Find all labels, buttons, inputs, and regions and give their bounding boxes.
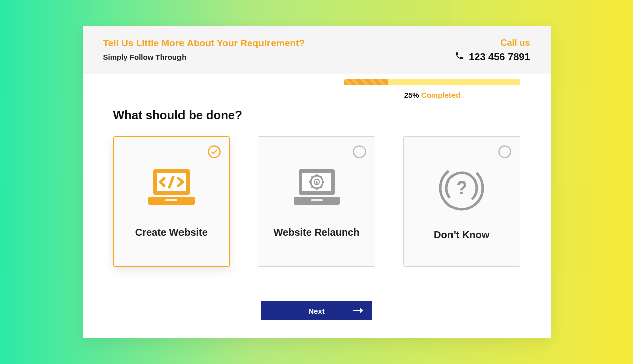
- option-dont-know[interactable]: ? Don't Know: [403, 136, 520, 267]
- check-icon: [207, 145, 221, 161]
- progress-completed-text: Completed: [421, 90, 461, 99]
- header-subtitle: Simply Follow Through: [103, 53, 305, 61]
- wizard-footer: Next: [83, 287, 551, 338]
- svg-point-0: [209, 146, 220, 157]
- option-create-website[interactable]: Create Website: [113, 136, 230, 267]
- svg-line-16: [311, 176, 313, 178]
- next-button[interactable]: Next: [261, 301, 372, 320]
- svg-point-20: [499, 146, 510, 157]
- progress-fill: [344, 79, 389, 85]
- svg-point-5: [353, 146, 365, 157]
- progress-bar: [344, 79, 520, 85]
- wizard-card: Tell Us Little More About Your Requireme…: [83, 26, 551, 338]
- option-label: Create Website: [135, 227, 208, 238]
- header-right: Call us 123 456 7891: [455, 38, 530, 63]
- next-button-label: Next: [308, 307, 325, 315]
- option-label: Website Relaunch: [274, 227, 360, 238]
- radio-icon: [352, 145, 367, 161]
- wizard-body: What should be done?: [83, 99, 551, 287]
- phone-icon: [455, 51, 464, 63]
- svg-line-18: [311, 186, 313, 187]
- radio-icon: [498, 145, 512, 161]
- arrow-right-icon: [353, 307, 363, 315]
- svg-line-17: [320, 186, 322, 187]
- svg-line-19: [320, 176, 322, 178]
- header-title: Tell Us Little More About Your Requireme…: [103, 38, 305, 49]
- svg-rect-9: [311, 199, 323, 201]
- callus-label: Call us: [455, 38, 530, 48]
- svg-rect-24: [353, 310, 361, 311]
- header-left: Tell Us Little More About Your Requireme…: [103, 38, 305, 61]
- header: Tell Us Little More About Your Requireme…: [83, 26, 551, 74]
- laptop-gear-icon: [287, 165, 347, 213]
- option-label: Don't Know: [434, 229, 489, 241]
- progress-percent: 25%: [404, 90, 419, 99]
- svg-rect-4: [165, 199, 177, 201]
- progress-label: 25% Completed: [344, 90, 520, 99]
- question-title: What should be done?: [113, 108, 520, 122]
- options-row: Create Website: [113, 136, 520, 267]
- laptop-code-icon: [141, 165, 202, 213]
- question-circle-icon: ?: [436, 163, 487, 215]
- phone-row: 123 456 7891: [455, 51, 530, 63]
- phone-number: 123 456 7891: [469, 51, 530, 63]
- progress-section: 25% Completed: [83, 74, 551, 99]
- option-website-relaunch[interactable]: Website Relaunch: [258, 136, 375, 267]
- svg-text:?: ?: [456, 177, 467, 198]
